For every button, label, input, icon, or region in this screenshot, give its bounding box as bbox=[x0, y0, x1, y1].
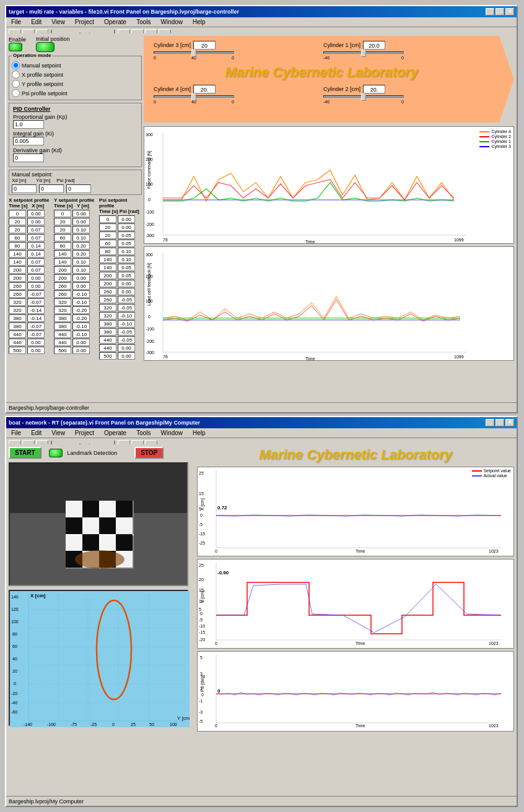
b-menu-edit[interactable]: Edit bbox=[28, 429, 44, 437]
profile-cell[interactable]: 320 bbox=[99, 304, 116, 311]
profile-cell[interactable]: 140 bbox=[9, 258, 26, 266]
profile-cell[interactable]: 80 bbox=[54, 242, 71, 249]
profile-cell[interactable]: 320 bbox=[54, 298, 71, 306]
menu-help[interactable]: Help bbox=[190, 18, 208, 26]
profile-cell[interactable]: -0.07 bbox=[27, 322, 45, 330]
profile-cell[interactable]: -0.10 bbox=[118, 320, 135, 327]
maximize-btn[interactable]: □ bbox=[496, 8, 504, 15]
profile-cell[interactable]: -0.10 bbox=[118, 312, 135, 319]
profile-cell[interactable]: 440 bbox=[54, 330, 71, 338]
cylinder2-thumb[interactable] bbox=[361, 93, 366, 101]
profile-cell[interactable]: 20 bbox=[9, 218, 26, 225]
profile-cell[interactable]: 500 bbox=[9, 347, 26, 354]
cylinder1-value[interactable]: 20.0 bbox=[363, 41, 385, 50]
profile-cell[interactable]: -0.05 bbox=[118, 328, 135, 335]
profile-cell[interactable]: 0.10 bbox=[72, 234, 90, 241]
profile-cell[interactable]: -0.10 bbox=[72, 290, 90, 298]
cylinder3-value[interactable]: 20 bbox=[193, 41, 216, 50]
profile-cell[interactable]: 200 bbox=[54, 266, 71, 274]
profile-cell[interactable]: 20 bbox=[54, 226, 71, 233]
profile-cell[interactable]: -0.20 bbox=[72, 306, 90, 314]
profile-cell[interactable]: 140 bbox=[99, 264, 116, 271]
profile-cell[interactable]: 380 bbox=[54, 322, 71, 330]
bottom-maximize-btn[interactable]: □ bbox=[496, 419, 504, 426]
profile-cell[interactable]: 0.00 bbox=[118, 223, 135, 231]
profile-cell[interactable]: 140 bbox=[54, 258, 71, 266]
profile-cell[interactable]: -0.05 bbox=[118, 336, 135, 343]
profile-cell[interactable]: 320 bbox=[54, 306, 71, 314]
profile-cell[interactable]: -0.07 bbox=[27, 298, 45, 306]
profile-cell[interactable]: 0.07 bbox=[27, 266, 45, 274]
profile-cell[interactable]: 440 bbox=[99, 336, 116, 343]
profile-cell[interactable]: 0 bbox=[99, 215, 116, 223]
cylinder1-slider[interactable] bbox=[323, 51, 404, 54]
b-menu-tools[interactable]: Tools bbox=[134, 429, 153, 437]
profile-cell[interactable]: 0.10 bbox=[72, 258, 90, 266]
profile-cell[interactable]: 0.00 bbox=[72, 347, 90, 354]
yd-input[interactable] bbox=[39, 184, 64, 193]
profile-cell[interactable]: 320 bbox=[9, 298, 26, 306]
profile-cell[interactable]: 320 bbox=[99, 312, 116, 319]
profile-cell[interactable]: 20 bbox=[54, 218, 71, 225]
cylinder1-thumb[interactable] bbox=[361, 50, 366, 57]
profile-cell[interactable]: 260 bbox=[54, 282, 71, 290]
profile-cell[interactable]: 260 bbox=[9, 282, 26, 290]
cylinder4-slider[interactable] bbox=[154, 95, 234, 98]
profile-cell[interactable]: 440 bbox=[54, 339, 71, 346]
menu-view[interactable]: View bbox=[49, 18, 68, 26]
b-menu-file[interactable]: File bbox=[9, 429, 24, 437]
profile-cell[interactable]: 0.14 bbox=[27, 250, 45, 257]
close-btn[interactable]: ✕ bbox=[505, 8, 514, 15]
profile-cell[interactable]: 0.20 bbox=[72, 250, 90, 257]
profile-cell[interactable]: 440 bbox=[99, 344, 116, 352]
start-button[interactable]: START bbox=[9, 447, 41, 459]
profile-cell[interactable]: 0 bbox=[54, 210, 71, 217]
profile-cell[interactable]: -0.14 bbox=[27, 314, 45, 322]
initial-pos-led[interactable] bbox=[36, 42, 55, 52]
profile-cell[interactable]: 20 bbox=[9, 226, 26, 233]
profile-cell[interactable]: -0.10 bbox=[72, 298, 90, 306]
profile-cell[interactable]: 200 bbox=[9, 266, 26, 274]
profile-cell[interactable]: 0.00 bbox=[27, 339, 45, 346]
profile-cell[interactable]: 0.00 bbox=[27, 282, 45, 290]
profile-cell[interactable]: 0.00 bbox=[118, 288, 135, 295]
enable-led[interactable] bbox=[9, 43, 22, 51]
profile-cell[interactable]: -0.20 bbox=[72, 314, 90, 322]
profile-cell[interactable]: 140 bbox=[9, 250, 26, 257]
profile-cell[interactable]: 0 bbox=[9, 210, 26, 217]
profile-cell[interactable]: 380 bbox=[54, 314, 71, 322]
profile-cell[interactable]: 0.10 bbox=[118, 248, 135, 255]
profile-cell[interactable]: 60 bbox=[99, 240, 116, 247]
profile-cell[interactable]: 0.05 bbox=[118, 264, 135, 271]
menu-edit[interactable]: Edit bbox=[28, 18, 44, 26]
profile-cell[interactable]: 0.05 bbox=[118, 272, 135, 279]
profile-cell[interactable]: 20 bbox=[99, 223, 116, 231]
profile-cell[interactable]: 0.00 bbox=[27, 274, 45, 282]
profile-cell[interactable]: 0.10 bbox=[118, 256, 135, 263]
menu-window[interactable]: Window bbox=[158, 18, 185, 26]
b-menu-window[interactable]: Window bbox=[158, 429, 185, 437]
profile-cell[interactable]: -0.07 bbox=[27, 330, 45, 338]
profile-cell[interactable]: 200 bbox=[99, 280, 116, 287]
profile-cell[interactable]: 380 bbox=[99, 328, 116, 335]
profile-cell[interactable]: 80 bbox=[99, 248, 116, 255]
menu-project[interactable]: Project bbox=[72, 18, 97, 26]
cylinder3-slider[interactable] bbox=[154, 51, 234, 54]
profile-cell[interactable]: 200 bbox=[99, 272, 116, 279]
profile-cell[interactable]: 0.14 bbox=[27, 242, 45, 249]
b-menu-operate[interactable]: Operate bbox=[102, 429, 129, 437]
profile-cell[interactable]: 500 bbox=[99, 352, 116, 360]
cylinder2-value[interactable]: 20. bbox=[363, 85, 385, 93]
cylinder3-thumb[interactable] bbox=[191, 50, 196, 57]
profile-cell[interactable]: 320 bbox=[9, 306, 26, 314]
minimize-btn[interactable]: _ bbox=[486, 8, 494, 15]
xd-input[interactable] bbox=[12, 184, 37, 193]
profile-cell[interactable]: 0.00 bbox=[72, 274, 90, 282]
profile-cell[interactable]: 0.00 bbox=[27, 218, 45, 225]
profile-cell[interactable]: 20 bbox=[99, 231, 116, 239]
profile-cell[interactable]: 0.00 bbox=[118, 215, 135, 223]
menu-tools[interactable]: Tools bbox=[134, 18, 153, 26]
profile-cell[interactable]: -0.05 bbox=[118, 296, 135, 303]
profile-cell[interactable]: 140 bbox=[99, 256, 116, 263]
profile-cell[interactable]: 260 bbox=[54, 290, 71, 298]
